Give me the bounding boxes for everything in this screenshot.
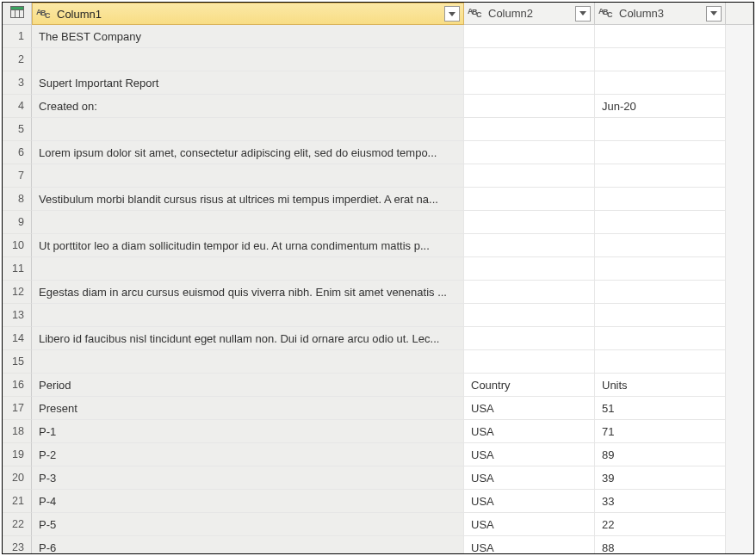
cell[interactable] <box>464 118 595 141</box>
cell[interactable]: Jun-20 <box>595 95 726 118</box>
cell[interactable] <box>464 211 595 234</box>
cell[interactable] <box>32 164 464 188</box>
cell[interactable]: The BEST Company <box>32 25 464 48</box>
cell[interactable]: Present <box>32 397 464 420</box>
cell[interactable]: 89 <box>595 443 726 466</box>
cell[interactable] <box>595 164 726 188</box>
cell[interactable] <box>595 281 726 304</box>
cell[interactable]: Egestas diam in arcu cursus euismod quis… <box>32 281 464 304</box>
cell[interactable]: USA <box>464 443 595 466</box>
column-filter-button[interactable] <box>444 6 460 22</box>
cell[interactable] <box>464 281 595 304</box>
column-header[interactable]: ABCColumn2 <box>464 3 595 25</box>
cell[interactable] <box>464 350 595 374</box>
cell[interactable] <box>464 25 595 48</box>
cell[interactable]: Period <box>32 374 464 397</box>
cell[interactable] <box>464 234 595 257</box>
cell[interactable]: Created on: <box>32 95 464 118</box>
row-number[interactable]: 19 <box>3 443 32 466</box>
cell[interactable]: Vestibulum morbi blandit cursus risus at… <box>32 188 464 211</box>
cell[interactable]: P-2 <box>32 443 464 466</box>
cell[interactable]: 33 <box>595 490 726 513</box>
cell[interactable] <box>595 327 726 350</box>
row-number[interactable]: 16 <box>3 374 32 397</box>
cell[interactable] <box>595 25 726 48</box>
cell[interactable] <box>464 257 595 281</box>
row-number[interactable]: 3 <box>3 71 32 95</box>
cell[interactable]: USA <box>464 466 595 490</box>
cell[interactable] <box>595 71 726 95</box>
row-number[interactable]: 9 <box>3 211 32 234</box>
cell[interactable] <box>464 141 595 164</box>
column-filter-button[interactable] <box>575 6 591 22</box>
row-number[interactable]: 6 <box>3 141 32 164</box>
cell[interactable] <box>464 164 595 188</box>
row-number[interactable]: 2 <box>3 48 32 71</box>
row-number[interactable]: 23 <box>3 536 32 554</box>
row-number[interactable]: 21 <box>3 490 32 513</box>
cell[interactable]: P-5 <box>32 513 464 536</box>
cell[interactable] <box>32 304 464 327</box>
row-number[interactable]: 7 <box>3 164 32 188</box>
cell[interactable] <box>464 188 595 211</box>
row-number[interactable]: 15 <box>3 350 32 374</box>
cell[interactable] <box>595 48 726 71</box>
cell[interactable] <box>595 188 726 211</box>
select-all-corner[interactable] <box>3 3 32 25</box>
cell[interactable] <box>32 211 464 234</box>
cell[interactable] <box>464 71 595 95</box>
cell[interactable]: USA <box>464 397 595 420</box>
cell[interactable]: P-3 <box>32 466 464 490</box>
row-number[interactable]: 4 <box>3 95 32 118</box>
cell[interactable] <box>595 350 726 374</box>
row-number[interactable]: 18 <box>3 420 32 443</box>
cell[interactable]: Country <box>464 374 595 397</box>
cell[interactable] <box>464 327 595 350</box>
row-number[interactable]: 20 <box>3 466 32 490</box>
row-number[interactable]: 14 <box>3 327 32 350</box>
cell[interactable]: P-6 <box>32 536 464 554</box>
cell[interactable] <box>595 304 726 327</box>
cell[interactable]: P-1 <box>32 420 464 443</box>
cell[interactable] <box>595 141 726 164</box>
row-number[interactable]: 17 <box>3 397 32 420</box>
column-header[interactable]: ABCColumn3 <box>595 3 726 25</box>
cell[interactable] <box>32 257 464 281</box>
cell[interactable] <box>464 95 595 118</box>
cell[interactable]: USA <box>464 513 595 536</box>
cell[interactable]: USA <box>464 536 595 554</box>
cell[interactable]: USA <box>464 490 595 513</box>
row-number[interactable]: 12 <box>3 281 32 304</box>
row-number[interactable]: 11 <box>3 257 32 281</box>
cell[interactable]: 22 <box>595 513 726 536</box>
cell[interactable] <box>32 118 464 141</box>
cell[interactable]: Lorem ipsum dolor sit amet, consectetur … <box>32 141 464 164</box>
cell[interactable] <box>595 118 726 141</box>
cell[interactable]: Supert Important Report <box>32 71 464 95</box>
column-header[interactable]: ABCColumn1 <box>32 3 464 25</box>
row-number[interactable]: 8 <box>3 188 32 211</box>
filler-cell <box>726 350 753 374</box>
row-number[interactable]: 22 <box>3 513 32 536</box>
cell[interactable] <box>464 304 595 327</box>
column-filter-button[interactable] <box>706 6 722 22</box>
row-number[interactable]: 10 <box>3 234 32 257</box>
cell[interactable]: Ut porttitor leo a diam sollicitudin tem… <box>32 234 464 257</box>
cell[interactable] <box>595 211 726 234</box>
row-number[interactable]: 5 <box>3 118 32 141</box>
cell[interactable] <box>464 48 595 71</box>
cell[interactable]: 71 <box>595 420 726 443</box>
cell[interactable]: P-4 <box>32 490 464 513</box>
cell[interactable]: Libero id faucibus nisl tincidunt eget n… <box>32 327 464 350</box>
cell[interactable]: 88 <box>595 536 726 554</box>
cell[interactable]: 51 <box>595 397 726 420</box>
cell[interactable] <box>32 350 464 374</box>
cell[interactable]: Units <box>595 374 726 397</box>
cell[interactable] <box>595 234 726 257</box>
cell[interactable]: 39 <box>595 466 726 490</box>
cell[interactable] <box>595 257 726 281</box>
cell[interactable] <box>32 48 464 71</box>
row-number[interactable]: 1 <box>3 25 32 48</box>
row-number[interactable]: 13 <box>3 304 32 327</box>
cell[interactable]: USA <box>464 420 595 443</box>
